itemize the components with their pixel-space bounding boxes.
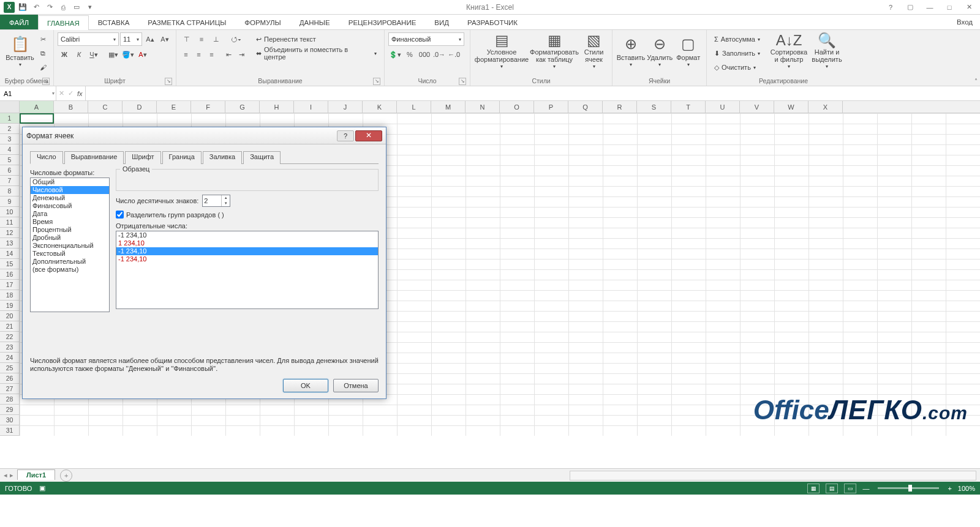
macro-record-icon[interactable]: ▣ (39, 484, 45, 492)
align-center-icon[interactable]: ≡ (193, 48, 205, 61)
column-header[interactable]: Q (568, 101, 603, 113)
negative-item[interactable]: -1 234,10 (116, 255, 378, 263)
decrease-decimal-icon[interactable]: ←.0 (447, 48, 461, 61)
row-header[interactable]: 25 (0, 363, 19, 373)
column-header[interactable]: C (88, 101, 123, 113)
find-select-button[interactable]: 🔍Найти и выделить▾ (809, 31, 845, 72)
close-icon[interactable]: ✕ (960, 1, 978, 13)
shrink-font-icon[interactable]: A▾ (158, 32, 172, 46)
column-header[interactable]: S (637, 101, 671, 113)
merge-center-button[interactable]: ⬌Объединить и поместить в центре▾ (252, 47, 380, 60)
category-item[interactable]: Денежный (31, 194, 109, 202)
sheet-prev-icon[interactable]: ◂ (4, 471, 7, 479)
row-header[interactable]: 19 (0, 301, 19, 311)
number-format-combo[interactable]: Финансовый▾ (388, 32, 464, 46)
tab-developer[interactable]: РАЗРАБОТЧИК (458, 15, 527, 29)
indent-increase-icon[interactable]: ⇥ (236, 48, 247, 61)
delete-cells-button[interactable]: ⊖Удалить▾ (646, 31, 674, 72)
row-header[interactable]: 5 (0, 155, 19, 165)
column-header[interactable]: T (671, 101, 706, 113)
row-header[interactable]: 29 (0, 405, 19, 415)
increase-decimal-icon[interactable]: .0→ (432, 48, 446, 61)
grow-font-icon[interactable]: A▴ (143, 32, 157, 46)
number-launcher-icon[interactable]: ↘ (459, 78, 466, 85)
category-item[interactable]: Дополнительный (31, 258, 109, 266)
category-item[interactable]: Экспоненциальный (31, 242, 109, 250)
dialog-help-icon[interactable]: ? (337, 130, 354, 141)
column-header[interactable]: H (260, 101, 294, 113)
view-page-break-icon[interactable]: ▭ (844, 484, 856, 493)
row-header[interactable]: 3 (0, 134, 19, 144)
row-header[interactable]: 7 (0, 176, 19, 186)
category-list[interactable]: ОбщийЧисловойДенежныйФинансовыйДатаВремя… (30, 178, 110, 312)
comma-icon[interactable]: 000 (418, 48, 431, 61)
spinner-up-icon[interactable]: ▲ (222, 195, 230, 201)
percent-icon[interactable]: % (403, 48, 417, 61)
thousands-checkbox-input[interactable] (116, 211, 124, 219)
sheet-next-icon[interactable]: ▸ (10, 471, 13, 479)
excel-app-icon[interactable]: X (2, 1, 16, 14)
zoom-in-icon[interactable]: + (948, 485, 951, 492)
bold-icon[interactable]: Ж (58, 48, 71, 61)
tab-page-layout[interactable]: РАЗМЕТКА СТРАНИЦЫ (138, 15, 235, 29)
clear-button[interactable]: ◇Очистить▾ (710, 61, 769, 74)
row-header[interactable]: 13 (0, 238, 19, 249)
dialog-tab-font[interactable]: Шрифт (125, 151, 160, 164)
cut-icon[interactable]: ✂ (36, 32, 50, 46)
negative-numbers-list[interactable]: -1 234,101 234,10-1 234,10-1 234,10 (116, 231, 379, 309)
ribbon-options-icon[interactable]: ▢ (902, 1, 919, 13)
borders-icon[interactable]: ▦▾ (107, 48, 120, 61)
format-cells-button[interactable]: ▢Формат▾ (674, 31, 703, 72)
fill-button[interactable]: ⬇Заполнить▾ (710, 47, 769, 60)
column-header[interactable]: E (157, 101, 191, 113)
tab-review[interactable]: РЕЦЕНЗИРОВАНИЕ (339, 15, 426, 29)
cell-styles-button[interactable]: ▧Стили ячеек▾ (579, 31, 608, 72)
row-header[interactable]: 2 (0, 124, 19, 134)
zoom-out-icon[interactable]: — (862, 485, 869, 492)
indent-decrease-icon[interactable]: ⇤ (223, 48, 235, 61)
row-header[interactable]: 16 (0, 269, 19, 280)
row-header[interactable]: 23 (0, 342, 19, 353)
align-left-icon[interactable]: ≡ (180, 48, 192, 61)
view-page-layout-icon[interactable]: ▤ (826, 484, 838, 493)
row-header[interactable]: 4 (0, 144, 19, 155)
zoom-level[interactable]: 100% (958, 485, 975, 492)
view-normal-icon[interactable]: ▦ (807, 484, 820, 493)
row-header[interactable]: 24 (0, 353, 19, 363)
dialog-tab-number[interactable]: Число (30, 151, 63, 164)
fx-icon[interactable]: fx (77, 90, 83, 97)
row-header[interactable]: 21 (0, 321, 19, 332)
category-item[interactable]: (все форматы) (31, 266, 109, 274)
column-header[interactable]: N (466, 101, 500, 113)
row-header[interactable]: 8 (0, 186, 19, 196)
row-header[interactable]: 9 (0, 196, 19, 207)
tab-file[interactable]: ФАЙЛ (0, 15, 38, 29)
column-header[interactable]: F (191, 101, 225, 113)
dialog-close-icon[interactable]: ✕ (355, 130, 382, 141)
name-box-input[interactable] (2, 89, 53, 98)
column-header[interactable]: W (774, 101, 809, 113)
cancel-button[interactable]: Отмена (333, 379, 379, 392)
wrap-text-button[interactable]: ↩Перенести текст (252, 32, 380, 46)
category-item[interactable]: Процентный (31, 226, 109, 234)
format-as-table-button[interactable]: ▦Форматировать как таблицу▾ (529, 31, 579, 72)
name-box[interactable]: ▾ (0, 86, 56, 100)
redo-icon[interactable]: ↷ (43, 1, 56, 14)
row-header[interactable]: 1 (0, 113, 19, 124)
help-icon[interactable]: ? (882, 1, 899, 13)
column-header[interactable]: J (328, 101, 363, 113)
touch-icon[interactable]: ▭ (70, 1, 83, 14)
tab-insert[interactable]: ВСТАВКА (89, 15, 139, 29)
column-header[interactable]: G (225, 101, 260, 113)
orientation-icon[interactable]: ⭯▾ (229, 32, 243, 46)
column-header[interactable]: U (706, 101, 740, 113)
select-all-corner[interactable] (0, 101, 20, 113)
row-header[interactable]: 6 (0, 165, 19, 176)
clipboard-launcher-icon[interactable]: ↘ (42, 78, 50, 85)
column-header[interactable]: L (397, 101, 431, 113)
sign-in-link[interactable]: Вход (949, 15, 980, 29)
formula-input[interactable] (86, 86, 980, 100)
row-header[interactable]: 27 (0, 384, 19, 394)
row-header[interactable]: 22 (0, 332, 19, 342)
ok-button[interactable]: OK (283, 379, 328, 392)
